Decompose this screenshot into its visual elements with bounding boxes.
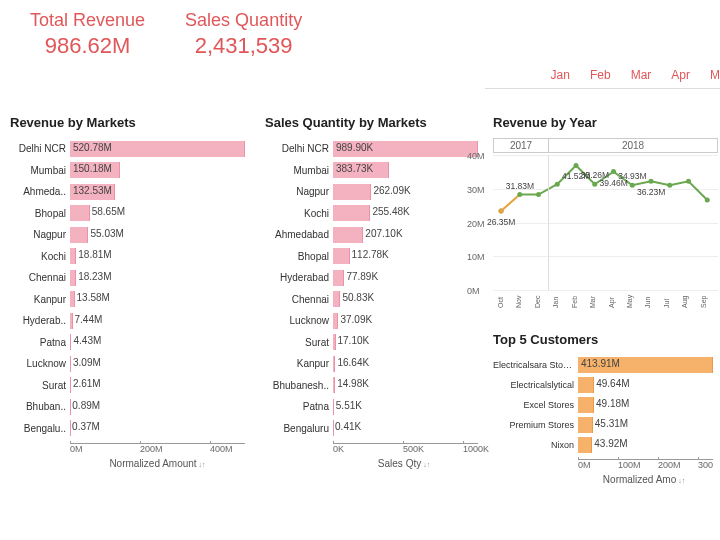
svg-point-4	[574, 163, 579, 168]
svg-point-3	[555, 182, 560, 187]
bar-row[interactable]: Nagpur55.03M	[10, 224, 245, 246]
bar-value: 413.91M	[581, 358, 620, 369]
chart-title: Revenue by Year	[493, 115, 718, 130]
chart-title: Revenue by Markets	[10, 115, 245, 130]
bar-value: 207.10K	[365, 228, 402, 239]
bar-value: 150.18M	[73, 163, 112, 174]
bar-category: Surat	[265, 337, 333, 348]
bar-row[interactable]: Premium Stores45.31M	[493, 415, 710, 435]
bar-category: Lucknow	[10, 358, 70, 369]
bar-row[interactable]: Mumbai150.18M	[10, 160, 245, 182]
kpi-qty-value: 2,431,539	[185, 33, 302, 59]
bar-category: Nagpur	[265, 186, 333, 197]
bar-value: 132.53M	[73, 185, 112, 196]
chart-sales-qty-by-markets[interactable]: Sales Quantity by Markets Delhi NCR989.9…	[255, 115, 485, 485]
bar-value: 16.64K	[337, 357, 369, 368]
month-mar[interactable]: Mar	[631, 68, 652, 82]
kpi-sales-qty: Sales Quantity 2,431,539	[185, 10, 302, 59]
bar-row[interactable]: Ahmeda..132.53M	[10, 181, 245, 203]
bar-row[interactable]: Kochi255.48K	[265, 203, 475, 225]
bar-row[interactable]: Surat17.10K	[265, 332, 475, 354]
bar-row[interactable]: Ahmedabad207.10K	[265, 224, 475, 246]
bar-row[interactable]: Bengalu..0.37M	[10, 418, 245, 440]
bar-category: Ahmedabad	[265, 229, 333, 240]
bar-row[interactable]: Lucknow37.09K	[265, 310, 475, 332]
bar-row[interactable]: Delhi NCR520.78M	[10, 138, 245, 160]
kpi-row: Total Revenue 986.62M Sales Quantity 2,4…	[0, 0, 720, 59]
bar-row[interactable]: Mumbai383.73K	[265, 160, 475, 182]
bar-category: Ahmeda..	[10, 186, 70, 197]
bar-category: Kochi	[10, 251, 70, 262]
bar-category: Nixon	[493, 440, 578, 450]
bar-row[interactable]: Kochi18.81M	[10, 246, 245, 268]
month-filter: Jan Feb Mar Apr M	[551, 68, 720, 82]
line-point-label: 36.23M	[637, 187, 665, 197]
line-point-label: 26.35M	[487, 217, 515, 227]
bar-value: 50.83K	[342, 292, 374, 303]
month-jan[interactable]: Jan	[551, 68, 570, 82]
bar-row[interactable]: Surat2.61M	[10, 375, 245, 397]
bar-category: Patna	[10, 337, 70, 348]
bar-category: Bhubanesh..	[265, 380, 333, 391]
bar-row[interactable]: Bhopal112.78K	[265, 246, 475, 268]
chart-revenue-by-year[interactable]: Revenue by Year 2017 2018 40M 30M 20M 10…	[493, 115, 718, 314]
kpi-revenue-value: 986.62M	[30, 33, 145, 59]
bar-value: 13.58M	[77, 292, 110, 303]
bar-row[interactable]: Kanpur13.58M	[10, 289, 245, 311]
month-apr[interactable]: Apr	[671, 68, 690, 82]
bar-value: 3.09M	[73, 357, 101, 368]
bar-row[interactable]: Patna4.43M	[10, 332, 245, 354]
svg-point-10	[686, 179, 691, 184]
bar-row[interactable]: Lucknow3.09M	[10, 353, 245, 375]
bar-row[interactable]: Hyderab..7.44M	[10, 310, 245, 332]
bar-value: 49.64M	[596, 378, 629, 389]
bar-row[interactable]: Bengaluru0.41K	[265, 418, 475, 440]
bar-value: 5.51K	[336, 400, 362, 411]
bar-category: Premium Stores	[493, 420, 578, 430]
svg-point-6	[611, 169, 616, 174]
bar-row[interactable]: Delhi NCR989.90K	[265, 138, 475, 160]
bar-row[interactable]: Bhopal58.65M	[10, 203, 245, 225]
bar-category: Kanpur	[265, 358, 333, 369]
svg-point-7	[630, 183, 635, 188]
bar-category: Lucknow	[265, 315, 333, 326]
bar-category: Hyderab..	[10, 315, 70, 326]
bar-row[interactable]: Excel Stores49.18M	[493, 395, 710, 415]
bar-value: 18.81M	[78, 249, 111, 260]
bar-value: 55.03M	[90, 228, 123, 239]
bar-row[interactable]: Patna5.51K	[265, 396, 475, 418]
bar-row[interactable]: Hyderabad77.89K	[265, 267, 475, 289]
bar-row[interactable]: Bhubanesh..14.98K	[265, 375, 475, 397]
line-point-label: 34.93M	[618, 171, 646, 181]
bar-row[interactable]: Nagpur262.09K	[265, 181, 475, 203]
bar-row[interactable]: Nixon43.92M	[493, 435, 710, 455]
bar-row[interactable]: Chennai50.83K	[265, 289, 475, 311]
bar-row[interactable]: Kanpur16.64K	[265, 353, 475, 375]
bar-row[interactable]: Chennai18.23M	[10, 267, 245, 289]
month-feb[interactable]: Feb	[590, 68, 611, 82]
month-may[interactable]: M	[710, 68, 720, 82]
bar-row[interactable]: Electricalslytical49.64M	[493, 375, 710, 395]
bar-value: 112.78K	[352, 249, 389, 260]
chart-revenue-by-markets[interactable]: Revenue by Markets Delhi NCR520.78MMumba…	[0, 115, 255, 485]
bar-value: 0.89M	[72, 400, 100, 411]
svg-point-2	[536, 192, 541, 197]
bar-value: 255.48K	[372, 206, 409, 217]
bar-value: 0.41K	[335, 421, 361, 432]
bar-category: Bengaluru	[265, 423, 333, 434]
bar-category: Surat	[10, 380, 70, 391]
chart-top5-customers[interactable]: Top 5 Customers Electricalsara Stores413…	[493, 332, 710, 485]
bar-value: 520.78M	[73, 142, 112, 153]
bar-value: 37.09K	[340, 314, 372, 325]
bar-value: 77.89K	[346, 271, 378, 282]
x-axis-title: Normalized Amount	[70, 458, 245, 469]
bar-value: 383.73K	[336, 163, 373, 174]
bar-row[interactable]: Bhuban..0.89M	[10, 396, 245, 418]
bar-category: Electricalslytical	[493, 380, 578, 390]
bar-value: 58.65M	[92, 206, 125, 217]
bar-value: 4.43M	[73, 335, 101, 346]
chart-title: Sales Quantity by Markets	[265, 115, 475, 130]
bar-row[interactable]: Electricalsara Stores413.91M	[493, 355, 710, 375]
kpi-revenue-label: Total Revenue	[30, 10, 145, 31]
kpi-qty-label: Sales Quantity	[185, 10, 302, 31]
